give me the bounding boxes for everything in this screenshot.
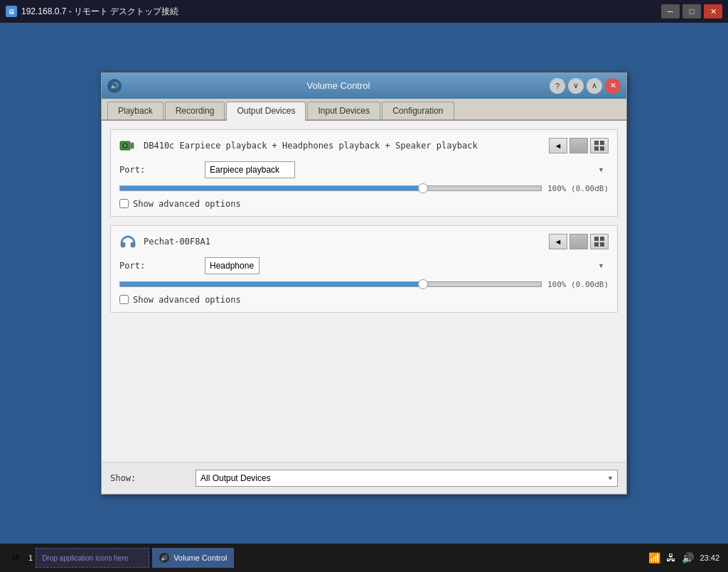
vc-help-button[interactable]: ?: [550, 78, 565, 94]
device2-slider-fill: [120, 282, 423, 286]
device2-name: Pechat-00F8A1: [144, 237, 549, 247]
svg-rect-9: [600, 237, 604, 241]
svg-rect-7: [600, 146, 604, 151]
volume-icon[interactable]: 🔊: [682, 552, 694, 563]
device2-advanced-row: Show advanced options: [119, 295, 609, 305]
tab-playback[interactable]: Playback: [107, 102, 164, 119]
svg-rect-11: [600, 242, 604, 247]
show-label: Show:: [110, 473, 196, 483]
drop-zone[interactable]: Drop application icons here: [36, 548, 149, 568]
svg-point-2: [124, 144, 127, 147]
maximize-button[interactable]: □: [682, 4, 701, 18]
device1-slider-row: 100% (0.00dB): [119, 184, 609, 193]
device1-slider-track: [119, 185, 542, 191]
taskbar: ↺ 1 Drop application icons here 🔊 Volume…: [0, 544, 728, 572]
device-header-2: Pechat-00F8A1 ◄: [119, 233, 609, 250]
device2-icon: [119, 233, 136, 250]
device2-slider-thumb[interactable]: [418, 279, 428, 289]
tab-configuration[interactable]: Configuration: [382, 102, 454, 119]
device1-port-select[interactable]: Earpiece playback Headphone playback Spe…: [205, 161, 295, 178]
device-card-2: Pechat-00F8A1 ◄: [110, 225, 618, 313]
device1-icon: [119, 137, 136, 154]
device2-port-select[interactable]: Headphone Microphone: [205, 257, 259, 274]
device1-controls: ◄: [549, 138, 609, 153]
drop-zone-text: Drop application icons here: [42, 554, 128, 562]
taskbar-app-label: Volume Control: [173, 554, 227, 562]
device-card-1: DB410c Earpiece playback + Headphones pl…: [110, 129, 618, 217]
vc-maximize-button[interactable]: ∧: [587, 78, 602, 94]
device2-port-row: Port: Headphone Microphone: [119, 257, 609, 274]
tab-recording[interactable]: Recording: [165, 102, 225, 119]
start-icon: ↺: [12, 553, 20, 563]
svg-rect-4: [594, 141, 599, 145]
signal-icon: 📶: [648, 552, 660, 563]
svg-rect-5: [600, 141, 604, 145]
device2-advanced-label: Show advanced options: [133, 295, 241, 305]
device1-port-label: Port:: [119, 165, 205, 175]
app-icon: 🖥: [6, 6, 17, 17]
device1-settings-button[interactable]: [590, 138, 609, 153]
taskbar-app-icon: 🔊: [159, 553, 169, 563]
vc-title: Volume Control: [127, 80, 550, 91]
vc-app-icon: 🔊: [107, 79, 122, 93]
device1-port-select-wrapper: Earpiece playback Headphone playback Spe…: [205, 161, 609, 178]
desktop: 🔊 Volume Control ? ∨ ∧ ✕ Playback Record…: [0, 23, 728, 544]
minimize-button[interactable]: ─: [661, 4, 680, 18]
device2-slider-track: [119, 281, 542, 287]
device2-advanced-checkbox[interactable]: [119, 295, 129, 304]
device1-lock-button[interactable]: [569, 138, 588, 153]
vc-content: DB410c Earpiece playback + Headphones pl…: [102, 121, 626, 462]
show-select-wrapper: All Output Devices Hardware Output Devic…: [196, 470, 618, 487]
device1-mute-button[interactable]: ◄: [549, 138, 567, 153]
start-button[interactable]: ↺: [3, 546, 28, 569]
device2-controls: ◄: [549, 234, 609, 249]
network-icon: 🖧: [666, 552, 676, 563]
device2-settings-button[interactable]: [590, 234, 609, 249]
window-controls: ─ □ ✕: [661, 4, 722, 18]
taskbar-app-volume-control[interactable]: 🔊 Volume Control: [152, 548, 234, 568]
taskbar-time: 23:42: [700, 554, 719, 562]
device-header-1: DB410c Earpiece playback + Headphones pl…: [119, 137, 609, 154]
svg-rect-6: [594, 146, 599, 151]
device2-port-label: Port:: [119, 261, 205, 271]
tab-output-devices[interactable]: Output Devices: [226, 102, 306, 121]
device1-name: DB410c Earpiece playback + Headphones pl…: [144, 141, 549, 151]
vc-minimize-button[interactable]: ∨: [568, 78, 584, 94]
vc-window-controls: ? ∨ ∧ ✕: [550, 78, 621, 94]
taskbar-right: 📶 🖧 🔊 23:42: [648, 552, 725, 563]
device1-advanced-label: Show advanced options: [133, 199, 241, 209]
show-select[interactable]: All Output Devices Hardware Output Devic…: [196, 470, 618, 487]
device2-slider-row: 100% (0.00dB): [119, 280, 609, 289]
vc-close-button[interactable]: ✕: [605, 78, 621, 94]
title-bar-text: 192.168.0.7 - リモート デスクトップ接続: [21, 6, 661, 18]
device2-volume-label: 100% (0.00dB): [547, 280, 609, 289]
tab-bar: Playback Recording Output Devices Input …: [102, 99, 626, 121]
device2-port-select-wrapper: Headphone Microphone: [205, 257, 609, 274]
device1-volume-label: 100% (0.00dB): [547, 184, 609, 193]
device1-advanced-row: Show advanced options: [119, 199, 609, 209]
device2-lock-button[interactable]: [569, 234, 588, 249]
device1-advanced-checkbox[interactable]: [119, 199, 129, 208]
svg-rect-10: [594, 242, 599, 247]
title-bar: 🖥 192.168.0.7 - リモート デスクトップ接続 ─ □ ✕: [0, 0, 728, 23]
svg-rect-3: [131, 143, 134, 149]
device1-slider-thumb[interactable]: [418, 183, 428, 193]
svg-rect-8: [594, 237, 599, 241]
vc-footer: Show: All Output Devices Hardware Output…: [102, 462, 626, 494]
vc-title-bar: 🔊 Volume Control ? ∨ ∧ ✕: [102, 73, 626, 99]
close-button[interactable]: ✕: [704, 4, 722, 18]
tab-input-devices[interactable]: Input Devices: [307, 102, 380, 119]
device2-mute-button[interactable]: ◄: [549, 234, 567, 249]
device1-slider-fill: [120, 186, 423, 190]
volume-control-window: 🔊 Volume Control ? ∨ ∧ ✕ Playback Record…: [101, 72, 627, 495]
device1-port-row: Port: Earpiece playback Headphone playba…: [119, 161, 609, 178]
task-number: 1: [28, 554, 33, 562]
